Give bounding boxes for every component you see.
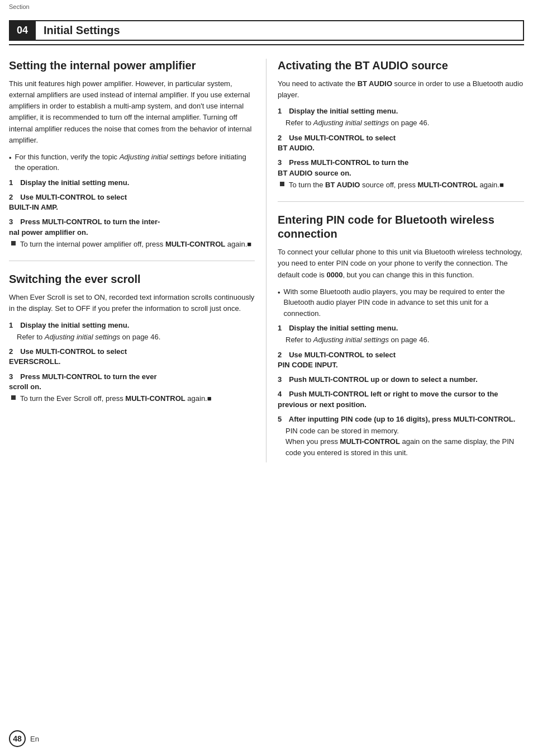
topic3-step1-header: 1 Display the initial setting menu. (278, 106, 524, 116)
topic3-title: Activating the BT AUDIO source (278, 59, 524, 73)
topic4-step2: 2 Use MULTI-CONTROL to selectPIN CODE IN… (278, 350, 524, 370)
topic4-step3-header: 3 Push MULTI-CONTROL up or down to selec… (278, 375, 524, 385)
topic2-step3-note: To turn the Ever Scroll off, press MULTI… (11, 393, 255, 404)
topic4-step5-body: PIN code can be stored in memory. When y… (285, 426, 524, 459)
topic1-step1: 1 Display the initial setting menu. (9, 178, 255, 188)
topic4-step4: 4 Push MULTI-CONTROL left or right to mo… (278, 389, 524, 409)
topic4-title: Entering PIN code for Bluetooth wireless… (278, 213, 524, 241)
topic4-step1: 1 Display the initial setting menu. Refe… (278, 323, 524, 346)
topic4-step5-header: 5 After inputting PIN code (up to 16 dig… (278, 414, 524, 424)
topic3-step2: 2 Use MULTI-CONTROL to selectBT AUDIO. (278, 133, 524, 153)
topic2-step1: 1 Display the initial setting menu. Refe… (9, 320, 255, 343)
topic1-step3-note: To turn the internal power amplifier off… (11, 239, 255, 250)
topic2-step1-header: 1 Display the initial setting menu. (9, 320, 255, 330)
topic2-title: Switching the ever scroll (9, 272, 255, 286)
topic4-step3: 3 Push MULTI-CONTROL up or down to selec… (278, 375, 524, 385)
topic4-step1-header: 1 Display the initial setting menu. (278, 323, 524, 333)
right-column: Activating the BT AUDIO source You need … (266, 59, 524, 462)
topic3-step1: 1 Display the initial setting menu. Refe… (278, 106, 524, 129)
topic4-intro: To connect your cellular phone to this u… (278, 247, 524, 280)
topic1-step3: 3 Press MULTI-CONTROL to turn the inter-… (9, 217, 255, 249)
topic1-bullet-italic: Adjusting initial settings (120, 153, 195, 161)
topic3-step3-header: 3 Press MULTI-CONTROL to turn theBT AUDI… (278, 158, 524, 178)
page-number: 48 (9, 730, 26, 747)
topic1-step3-header: 3 Press MULTI-CONTROL to turn the inter-… (9, 217, 255, 237)
topic1-step1-header: 1 Display the initial setting menu. (9, 178, 255, 188)
left-column: Setting the internal power amplifier Thi… (9, 59, 266, 462)
footer-language: En (30, 735, 39, 743)
section-title: Initial Settings (36, 20, 524, 41)
topic-pin-code: Entering PIN code for Bluetooth wireless… (278, 213, 524, 458)
topic4-step1-ref: Refer to Adjusting initial settings on p… (285, 334, 524, 346)
topic-internal-amp: Setting the internal power amplifier Thi… (9, 59, 255, 249)
topic4-step4-header: 4 Push MULTI-CONTROL left or right to mo… (278, 389, 524, 409)
topic3-intro: You need to activate the BT AUDIO source… (278, 78, 524, 101)
topic2-step1-ref: Refer to Adjusting initial settings on p… (17, 332, 255, 343)
topic1-title: Setting the internal power amplifier (9, 59, 255, 73)
topic2-step3: 3 Press MULTI-CONTROL to turn the eversc… (9, 372, 255, 404)
section-number: 04 (9, 20, 36, 41)
topic3-step3: 3 Press MULTI-CONTROL to turn theBT AUDI… (278, 158, 524, 190)
section-label: Section (9, 3, 524, 10)
topic4-bullet: • With some Bluetooth audio players, you… (278, 286, 524, 319)
footer: 48 En (9, 730, 39, 747)
topic3-step3-note: To turn the BT AUDIO source off, press M… (280, 179, 524, 191)
topic4-step5: 5 After inputting PIN code (up to 16 dig… (278, 414, 524, 459)
topic2-step2: 2 Use MULTI-CONTROL to selectEVERSCROLL. (9, 347, 255, 367)
topic-bt-audio: Activating the BT AUDIO source You need … (278, 59, 524, 190)
topic4-step2-header: 2 Use MULTI-CONTROL to selectPIN CODE IN… (278, 350, 524, 370)
topic-ever-scroll: Switching the ever scroll When Ever Scro… (9, 272, 255, 404)
topic2-step2-header: 2 Use MULTI-CONTROL to selectEVERSCROLL. (9, 347, 255, 367)
topic2-intro: When Ever Scroll is set to ON, recorded … (9, 292, 255, 314)
topic2-step3-header: 3 Press MULTI-CONTROL to turn the eversc… (9, 372, 255, 392)
topic3-step2-header: 2 Use MULTI-CONTROL to selectBT AUDIO. (278, 133, 524, 153)
topic1-intro: This unit features high power amplifier.… (9, 78, 255, 146)
topic1-step2-header: 2 Use MULTI-CONTROL to selectBUILT-IN AM… (9, 192, 255, 212)
topic1-bullet: • For this function, verify the topic Ad… (9, 152, 255, 173)
topic3-step1-ref: Refer to Adjusting initial settings on p… (285, 117, 524, 129)
topic1-step2: 2 Use MULTI-CONTROL to selectBUILT-IN AM… (9, 192, 255, 212)
